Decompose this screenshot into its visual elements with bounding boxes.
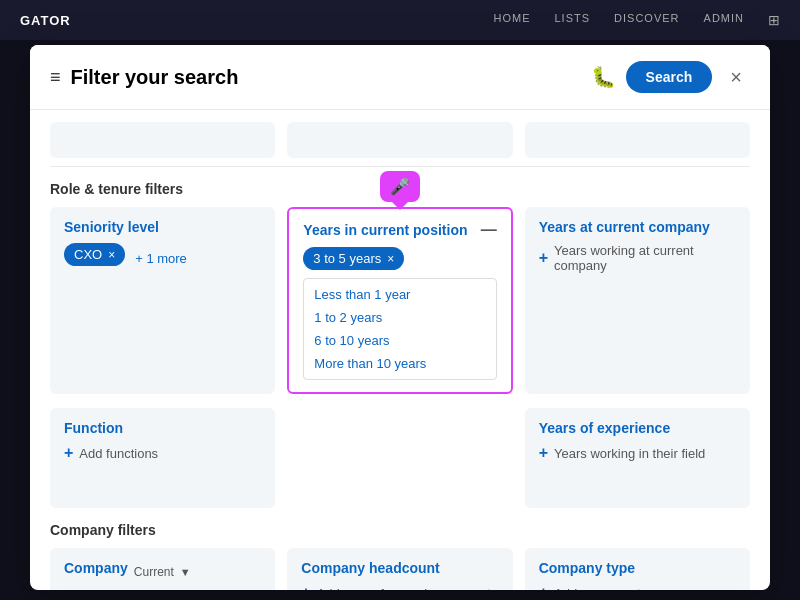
nav-items: HOME LISTS DISCOVER ADMIN ⊞ — [494, 12, 781, 28]
seniority-filter-card: Seniority level CXO × + 1 more — [50, 207, 275, 394]
cxo-tag[interactable]: CXO × — [64, 243, 125, 266]
top-filter-3[interactable] — [525, 122, 750, 158]
nav-icon-grid[interactable]: ⊞ — [768, 12, 780, 28]
function-filter-card: Function + Add functions — [50, 408, 275, 508]
placeholder-card — [287, 408, 512, 508]
company-current-label: Current — [134, 565, 174, 579]
filters-grid-row1: Seniority level CXO × + 1 more 🎤 — [50, 207, 750, 394]
years-experience-add-text: Years working in their field — [554, 446, 705, 461]
nav-bar: GATOR HOME LISTS DISCOVER ADMIN ⊞ — [0, 0, 800, 40]
company-section-header: Company filters — [50, 522, 750, 538]
dropdown-1-2[interactable]: 1 to 2 years — [304, 306, 495, 329]
years-position-filter-card: 🎤 Years in current position — 3 to 5 yea… — [287, 207, 512, 394]
headcount-title: Company headcount — [301, 560, 498, 576]
microphone-icon: 🎤 — [390, 177, 410, 196]
minus-button[interactable]: — — [481, 221, 497, 239]
plus-icon-experience: + — [539, 444, 548, 462]
years-experience-add-link[interactable]: + Years working in their field — [539, 444, 736, 462]
nav-lists[interactable]: LISTS — [555, 12, 591, 28]
headcount-filter-card: Company headcount + Add range for employ… — [287, 548, 512, 590]
top-filters-row — [50, 110, 750, 167]
function-title: Function — [64, 420, 261, 436]
filter-modal: ≡ Filter your search 🐛 Search × Role & t… — [30, 45, 770, 590]
nav-home[interactable]: HOME — [494, 12, 531, 28]
close-button[interactable]: × — [722, 62, 750, 93]
years-experience-filter-card: Years of experience + Years working in t… — [525, 408, 750, 508]
years-experience-title: Years of experience — [539, 420, 736, 436]
years-position-title: Years in current position — — [303, 221, 496, 239]
tooltip-container: 🎤 — [380, 171, 420, 202]
company-type-title: Company type — [539, 560, 736, 576]
cxo-label: CXO — [74, 247, 102, 262]
tooltip-bubble: 🎤 — [380, 171, 420, 202]
modal-header: ≡ Filter your search 🐛 Search × — [30, 45, 770, 110]
years-position-label: Years in current position — [303, 222, 467, 238]
company-dropdown-arrow-icon[interactable]: ▼ — [180, 566, 191, 578]
company-type-add-text: Add company types — [554, 586, 668, 591]
years-company-add-link[interactable]: + Years working at current company — [539, 243, 736, 273]
modal-actions: 🐛 Search × — [591, 61, 750, 93]
modal-title: Filter your search — [71, 66, 239, 89]
function-add-text: Add functions — [79, 446, 158, 461]
years-3-5-remove-icon[interactable]: × — [387, 252, 394, 266]
company-type-add-link[interactable]: + Add company types — [539, 584, 736, 590]
nav-admin[interactable]: ADMIN — [704, 12, 744, 28]
search-button[interactable]: Search — [626, 61, 713, 93]
more-tag[interactable]: + 1 more — [135, 251, 187, 266]
company-title-row: Company Current ▼ — [64, 560, 261, 584]
years-company-title: Years at current company — [539, 219, 736, 235]
years-3-5-label: 3 to 5 years — [313, 251, 381, 266]
nav-discover[interactable]: DISCOVER — [614, 12, 679, 28]
years-dropdown-list: Less than 1 year 1 to 2 years 6 to 10 ye… — [303, 278, 496, 380]
dropdown-less-1[interactable]: Less than 1 year — [304, 283, 495, 306]
company-type-filter-card: Company type + Add company types — [525, 548, 750, 590]
headcount-add-text: Add range for employee count — [317, 586, 491, 591]
headcount-add-link[interactable]: + Add range for employee count — [301, 584, 498, 590]
company-title: Company — [64, 560, 128, 576]
company-filters-grid: Company Current ▼ + Companies or boolean… — [50, 548, 750, 590]
plus-icon-function: + — [64, 444, 73, 462]
dropdown-6-10[interactable]: 6 to 10 years — [304, 329, 495, 352]
function-add-link[interactable]: + Add functions — [64, 444, 261, 462]
filter-icon: ≡ — [50, 67, 61, 88]
bug-icon[interactable]: 🐛 — [591, 65, 616, 89]
modal-overlay: ≡ Filter your search 🐛 Search × Role & t… — [0, 40, 800, 600]
years-company-filter-card: Years at current company + Years working… — [525, 207, 750, 394]
modal-title-area: ≡ Filter your search — [50, 66, 591, 89]
dropdown-more-10[interactable]: More than 10 years — [304, 352, 495, 375]
plus-icon-years-company: + — [539, 249, 548, 267]
plus-icon-headcount: + — [301, 584, 310, 590]
years-3-5-tag[interactable]: 3 to 5 years × — [303, 247, 404, 270]
cxo-remove-icon[interactable]: × — [108, 248, 115, 262]
nav-logo: GATOR — [20, 13, 71, 28]
years-company-add-text: Years working at current company — [554, 243, 736, 273]
top-filter-1[interactable] — [50, 122, 275, 158]
seniority-title: Seniority level — [64, 219, 261, 235]
plus-icon-company-type: + — [539, 584, 548, 590]
top-filter-2[interactable] — [287, 122, 512, 158]
modal-body[interactable]: Role & tenure filters Seniority level CX… — [30, 110, 770, 590]
filters-grid-row2: Function + Add functions Years of experi… — [50, 408, 750, 508]
company-filter-card: Company Current ▼ + Companies or boolean — [50, 548, 275, 590]
